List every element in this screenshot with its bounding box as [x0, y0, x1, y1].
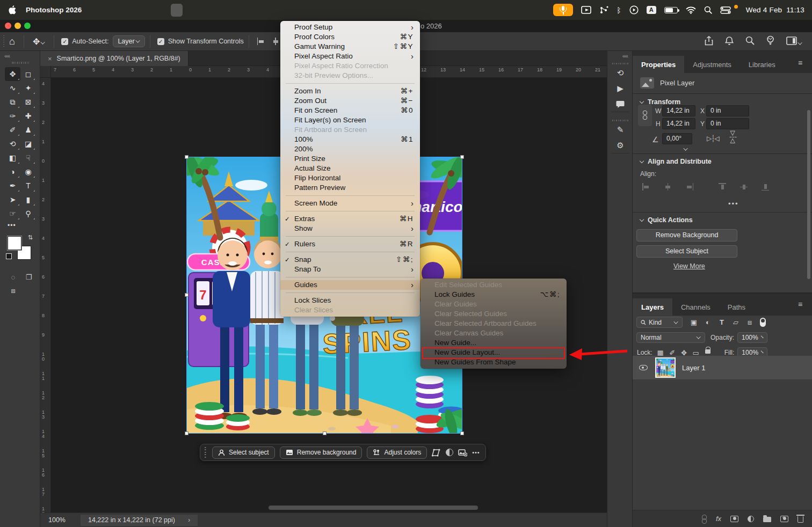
- paint-bucket-tool[interactable]: ◧: [5, 151, 20, 165]
- zoom-tool[interactable]: ⚲: [20, 207, 36, 221]
- menu-bar-item-image[interactable]: [112, 4, 124, 17]
- bluetooth-icon[interactable]: ᛒ: [617, 6, 621, 14]
- selection-handle[interactable]: [185, 293, 189, 297]
- document-tab[interactable]: × Smartico.png @ 100% (Layer 1, RGB/8#): [40, 51, 189, 66]
- blur-tool[interactable]: ◉: [20, 165, 36, 179]
- auto-select-dropdown[interactable]: Layer: [113, 35, 144, 47]
- menu-item-proof-colors[interactable]: ✓ Proof Colors ⌘Y: [280, 32, 420, 42]
- adjustment-filter-icon[interactable]: ◐: [701, 318, 715, 326]
- lock-all-icon[interactable]: [705, 349, 711, 354]
- menu-item-rulers[interactable]: ✓ Rulers ⌘R: [280, 239, 420, 249]
- adjustment-icon[interactable]: [446, 449, 453, 456]
- menu-bar-item-view[interactable]: [171, 4, 183, 17]
- menu-item-pattern-preview[interactable]: ✓ Pattern Preview: [280, 183, 420, 193]
- apple-icon[interactable]: [9, 5, 16, 14]
- tool-presets-icon[interactable]: ⚙: [611, 137, 629, 153]
- menu-item-clear-slices[interactable]: ✓ Clear Slices: [280, 305, 420, 315]
- menu-item-clear-canvas-guides[interactable]: ✓ Clear Canvas Guides: [421, 328, 567, 338]
- menu-item-fit-on-screen[interactable]: ✓ Fit on Screen ⌘0: [280, 106, 420, 115]
- document-dimensions[interactable]: 14,222 in x 14,222 in (72 ppi) ›: [81, 515, 198, 526]
- menu-item-print-size[interactable]: ✓ Print Size: [280, 154, 420, 164]
- menu-bar-item-help[interactable]: [330, 4, 342, 17]
- zoom-window-button[interactable]: [24, 23, 31, 29]
- hand-tool[interactable]: ☞: [5, 207, 20, 221]
- menu-item-show[interactable]: ✓ Show: [280, 224, 420, 233]
- comments-icon[interactable]: [611, 96, 629, 112]
- menu-item-lock-guides[interactable]: ✓ Lock Guides ⌥⌘;: [421, 290, 567, 299]
- link-layers-icon[interactable]: [702, 515, 707, 523]
- menu-bar-item-file[interactable]: [88, 4, 100, 17]
- more-align-options-icon[interactable]: •••: [728, 200, 739, 208]
- menu-item-screen-mode[interactable]: ✓ Screen Mode: [280, 199, 420, 208]
- menu-item-proof-setup[interactable]: ✓ Proof Setup: [280, 23, 420, 32]
- menu-item-clear-selected-artboard-guides[interactable]: ✓ Clear Selected Artboard Guides: [421, 319, 567, 328]
- new-layer-icon[interactable]: +: [780, 516, 788, 522]
- remove-background-button[interactable]: Remove Background: [636, 229, 737, 241]
- smart-object-filter-icon[interactable]: ⧈: [743, 318, 757, 327]
- screen-mode-icon[interactable]: ❐: [21, 270, 37, 284]
- auto-select-checkbox[interactable]: ✓: [61, 38, 68, 45]
- layer-effects-icon[interactable]: fx: [716, 515, 721, 523]
- menu-item-200[interactable]: ✓ 200%: [280, 144, 420, 154]
- layer-name[interactable]: Layer 1: [682, 364, 705, 372]
- align-left-icon[interactable]: [642, 183, 650, 191]
- panel-menu-icon[interactable]: ≡: [798, 300, 809, 313]
- align-top-icon[interactable]: [719, 183, 727, 191]
- clone-stamp-tool[interactable]: ♟: [20, 123, 36, 137]
- show-transform-checkbox[interactable]: ✓: [157, 38, 164, 45]
- move-tool[interactable]: ✥: [5, 67, 20, 81]
- chevron-right-icon[interactable]: ›: [188, 516, 190, 524]
- align-middle-icon[interactable]: [740, 183, 748, 191]
- link-dimensions-button[interactable]: [638, 105, 652, 126]
- selection-handle[interactable]: [460, 155, 464, 159]
- menu-item-pixel-aspect-ratio[interactable]: ✓ Pixel Aspect Ratio: [280, 52, 420, 61]
- layer-thumbnail[interactable]: [655, 357, 676, 378]
- horizontal-scrollbar[interactable]: [269, 506, 478, 510]
- actions-play-icon[interactable]: ▶: [611, 80, 629, 96]
- tools-grip[interactable]: [12, 62, 29, 64]
- panel-tab-channels[interactable]: Channels: [672, 298, 719, 316]
- menu-item-lock-slices[interactable]: ✓ Lock Slices: [280, 296, 420, 305]
- menu-item-extras[interactable]: ✓ Extras ⌘H: [280, 214, 420, 224]
- healing-brush-tool[interactable]: ✚: [20, 109, 36, 123]
- path-selection-tool[interactable]: ➤: [5, 193, 20, 207]
- panel-tab-properties[interactable]: Properties: [633, 56, 684, 73]
- taskbar-grip[interactable]: [204, 447, 207, 458]
- type-filter-icon[interactable]: T: [715, 318, 729, 326]
- menu-bar-item-window[interactable]: [318, 4, 330, 17]
- bell-icon[interactable]: [725, 36, 734, 47]
- version-history-icon[interactable]: ⟲: [611, 65, 629, 80]
- close-window-button[interactable]: [5, 23, 11, 29]
- dodge-tool[interactable]: ◑: [5, 165, 20, 179]
- menu-item-guides[interactable]: ✓ Guides: [280, 280, 420, 290]
- swap-colors-icon[interactable]: ⇄: [27, 235, 34, 240]
- add-image-icon[interactable]: [458, 449, 467, 457]
- marquee-tool[interactable]: ◻: [20, 67, 36, 81]
- align-section-header[interactable]: Align and Distribute: [640, 158, 712, 165]
- selection-handle[interactable]: [460, 431, 464, 435]
- transform-icon[interactable]: [432, 449, 441, 457]
- menu-bar-item-select[interactable]: [147, 4, 159, 17]
- menu-item-pixel-aspect-ratio-correction[interactable]: ✓ Pixel Aspect Ratio Correction: [280, 61, 420, 71]
- flip-horizontal-icon[interactable]: ▷┆◁: [707, 135, 719, 142]
- panel-tab-paths[interactable]: Paths: [719, 298, 754, 316]
- menu-item-clear-guides[interactable]: ✓ Clear Guides: [421, 299, 567, 309]
- collapse-tools-icon[interactable]: ««: [4, 53, 10, 59]
- align-right-icon[interactable]: [685, 183, 693, 191]
- selection-handle[interactable]: [323, 431, 327, 435]
- selection-handle[interactable]: [185, 431, 189, 435]
- brush-tool[interactable]: ✐: [5, 123, 20, 137]
- microphone-icon[interactable]: [553, 4, 573, 16]
- frame-tool[interactable]: ⊠: [20, 95, 36, 109]
- menu-bar-item-edit[interactable]: [100, 4, 112, 17]
- menu-item-clear-selected-guides[interactable]: ✓ Clear Selected Guides: [421, 309, 567, 319]
- menu-item-actual-size[interactable]: ✓ Actual Size: [280, 164, 420, 173]
- layer-visibility-icon[interactable]: [639, 365, 648, 370]
- menu-item-fit-artboard-on-screen[interactable]: ✓ Fit Artboard on Screen: [280, 125, 420, 135]
- menu-bar-clock[interactable]: Wed 4 Feb 11:13: [746, 6, 804, 14]
- menu-bar-item-filter[interactable]: [159, 4, 171, 17]
- y-field[interactable]: 0 in: [706, 118, 749, 129]
- workspace-icon[interactable]: [786, 36, 802, 47]
- height-field[interactable]: 14,22 in: [662, 118, 695, 129]
- ruler-corner[interactable]: [40, 66, 51, 78]
